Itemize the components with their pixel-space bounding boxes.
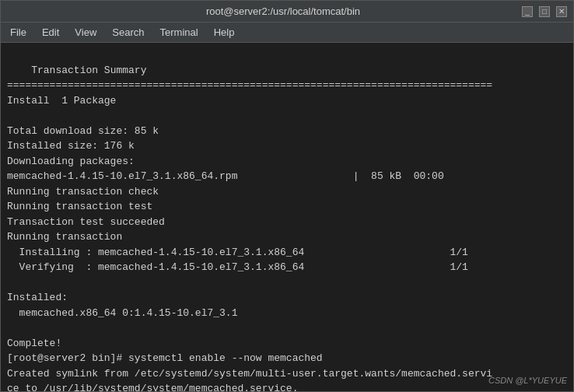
menu-search[interactable]: Search (106, 25, 150, 40)
window-controls: _ □ ✕ (522, 6, 567, 17)
menu-view[interactable]: View (68, 25, 103, 40)
menu-help[interactable]: Help (208, 25, 241, 40)
menu-bar: File Edit View Search Terminal Help (1, 23, 573, 43)
minimize-button[interactable]: _ (522, 6, 533, 17)
terminal-window: root@server2:/usr/local/tomcat/bin _ □ ✕… (0, 0, 574, 392)
menu-terminal[interactable]: Terminal (154, 25, 205, 40)
terminal-text: Transaction Summary ====================… (7, 65, 492, 392)
close-button[interactable]: ✕ (556, 6, 567, 17)
menu-file[interactable]: File (4, 25, 33, 40)
watermark: CSDN @L*YUEYUE (488, 374, 567, 387)
window-title: root@server2:/usr/local/tomcat/bin (44, 5, 522, 17)
title-bar: root@server2:/usr/local/tomcat/bin _ □ ✕ (1, 1, 573, 23)
menu-edit[interactable]: Edit (36, 25, 65, 40)
maximize-button[interactable]: □ (539, 6, 550, 17)
terminal-output[interactable]: Transaction Summary ====================… (1, 43, 573, 391)
